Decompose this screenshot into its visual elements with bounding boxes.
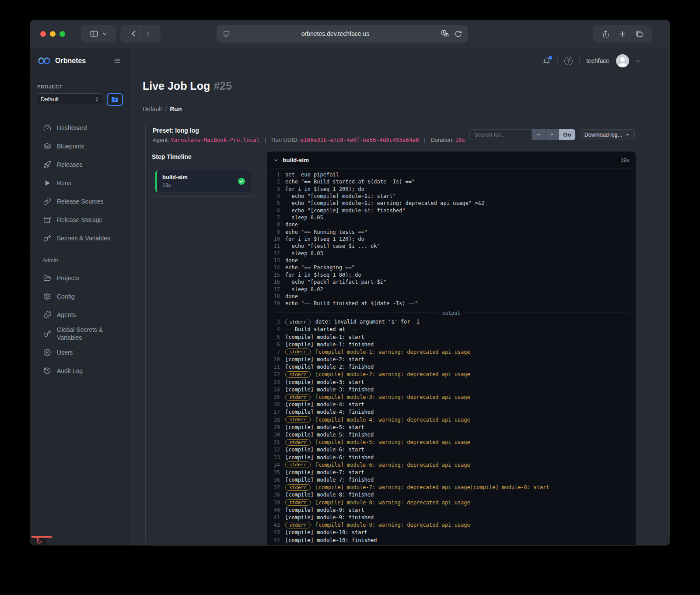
line-text: echo "== Packaging ==" (285, 264, 355, 271)
line-number: 33 (270, 454, 280, 461)
output-line: 34 stderr [compile] module-6: warning: d… (267, 461, 636, 468)
admin-section-label: Admin (42, 257, 129, 264)
reload-icon[interactable] (455, 30, 462, 38)
translate-icon[interactable] (441, 29, 449, 38)
sidebar-item-blueprints[interactable]: Blueprints (30, 137, 129, 155)
output-line: 22 stderr [compile] module-2: warning: d… (267, 371, 636, 378)
sidebar-item-audit-log[interactable]: Audit Log (30, 362, 129, 380)
output-line: 33 [compile] module-6: finished (267, 454, 636, 461)
chevron-down-icon[interactable] (102, 31, 108, 37)
sidebar-item-users[interactable]: Users (30, 343, 129, 362)
audit-log-icon (43, 367, 51, 375)
line-number: 19 (270, 300, 280, 307)
avatar[interactable] (616, 54, 629, 67)
line-number: 29 (270, 424, 280, 430)
sidebar-item-agents[interactable]: Agents (30, 306, 129, 324)
secrets-icon (43, 234, 51, 242)
line-number: 3 (270, 186, 280, 193)
collapse-chevron-icon[interactable] (273, 158, 279, 163)
breadcrumb-parent[interactable]: Default (143, 106, 162, 113)
run-uuid-label: Run UUID: (271, 137, 299, 143)
line-number: 35 (270, 469, 280, 475)
close-window-button[interactable] (40, 31, 46, 37)
sidebar-item-releases[interactable]: Releases (30, 155, 129, 174)
search-input[interactable] (469, 129, 532, 140)
projects-icon (43, 274, 51, 282)
download-log-button[interactable]: Download log... (580, 129, 635, 140)
chevron-down-icon (550, 132, 554, 137)
line-text: [compile] module-1: start (285, 334, 364, 340)
help-button[interactable]: ? (564, 57, 573, 65)
back-icon[interactable] (129, 29, 138, 38)
line-text: [compile] module-7: start (285, 469, 364, 475)
url-text[interactable]: orbnetes.dev.techface.us (230, 30, 441, 37)
zoom-window-button[interactable] (60, 31, 65, 37)
output-line: 43 [compile] module-10: start (267, 529, 636, 536)
line-number: 31 (270, 439, 280, 445)
line-number: 3 (270, 319, 280, 325)
output-line: 36 [compile] module-7: finished (267, 476, 636, 483)
output-line: 7 stderr [compile] module-1: warning: de… (267, 348, 636, 356)
minimize-window-button[interactable] (50, 31, 56, 37)
line-number: 4 (270, 193, 280, 200)
sidebar-item-global-secrets-variables[interactable]: Global Secrets & Variables (30, 324, 129, 343)
search-next-button[interactable] (545, 129, 559, 140)
sidebar-item-runs[interactable]: Runs (30, 174, 129, 192)
output-line: 5 [compile] module-1: start (267, 333, 636, 341)
script-line: 14 echo "== Packaging ==" (267, 264, 636, 271)
search-go-button[interactable]: Go (559, 129, 575, 140)
line-number: 20 (270, 356, 280, 363)
line-text: [compile] module-3: finished (285, 387, 374, 393)
sidebar-item-release-storage[interactable]: Release Storage (30, 211, 129, 229)
username: techface (586, 57, 609, 64)
sidebar-item-config[interactable]: Config (30, 287, 129, 306)
brand-name: Orbnetes (55, 57, 86, 65)
line-text: [compile] module-4: finished (285, 409, 374, 415)
line-number: 16 (270, 278, 280, 285)
address-bar[interactable]: orbnetes.dev.techface.us (217, 25, 468, 42)
sidebar-item-projects[interactable]: Projects (30, 269, 129, 287)
output-line: 29 [compile] module-5: start (267, 423, 636, 431)
sidebar: Orbnetes PROJECT Default Dashboard Bluep… (30, 48, 130, 546)
search-group: Go (469, 129, 575, 140)
line-number: 2 (270, 178, 280, 185)
laravel-debugbar-icon[interactable] (32, 538, 46, 546)
line-text: [compile] module-2: start (285, 356, 364, 363)
new-tab-icon[interactable] (618, 30, 626, 38)
sidebar-item-secrets-variables[interactable]: Secrets & Variables (30, 229, 129, 247)
app-header: ? techface (130, 48, 670, 74)
divider-rule (465, 313, 629, 313)
job-info: Preset: long log Agent: Yaroslavs-MacBoo… (153, 127, 465, 143)
sidebar-collapse-button[interactable] (113, 57, 121, 65)
line-text: [compile] module-1: warning: deprecated … (315, 349, 470, 355)
users-icon (43, 349, 51, 356)
sidebar-item-dashboard[interactable]: Dashboard (30, 119, 129, 137)
line-text: done (285, 221, 298, 228)
tabs-overview-icon[interactable] (635, 30, 644, 38)
release-sources-icon (43, 197, 51, 205)
user-menu-chevron-icon[interactable] (636, 59, 640, 63)
share-icon[interactable] (602, 30, 610, 38)
line-text: [compile] module-7: finished (285, 477, 374, 483)
script-line: 6 echo "[compile] module-$i: finished" (267, 207, 636, 214)
project-select[interactable]: Default (36, 93, 103, 105)
step-timeline-title: Step Timeline (152, 153, 255, 160)
new-project-button[interactable] (107, 93, 123, 106)
agent-label: Agent: (153, 137, 169, 143)
line-text: [compile] module-2: warning: deprecated … (315, 371, 470, 377)
search-prev-button[interactable] (532, 129, 545, 140)
sidebar-toggle-icon[interactable] (90, 29, 98, 38)
runs-icon (43, 179, 51, 187)
line-text: [compile] module-4: warning: deprecated … (315, 417, 470, 423)
agents-icon (43, 311, 51, 319)
forward-icon[interactable] (144, 29, 152, 38)
line-number: 10 (270, 236, 280, 243)
line-number: 40 (270, 507, 280, 513)
timeline-step-card[interactable]: build-sim 19s (155, 170, 251, 192)
stderr-badge: stderr (285, 522, 311, 528)
log-panel-header[interactable]: build-sim 19s (267, 151, 636, 169)
line-number: 32 (270, 447, 280, 453)
sidebar-item-release-sources[interactable]: Release Sources (30, 192, 129, 211)
script-line: 18 done (267, 293, 636, 300)
notifications-button[interactable] (542, 57, 551, 65)
